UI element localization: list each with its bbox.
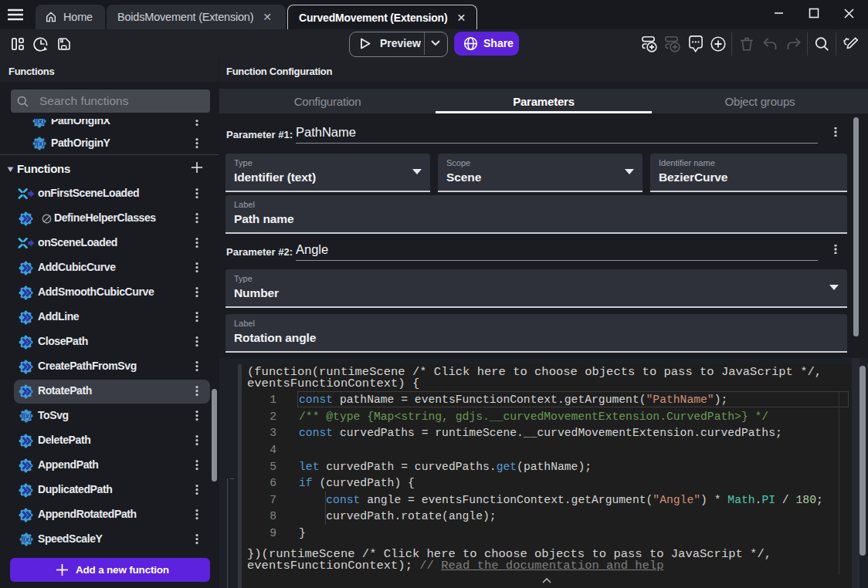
svg-text:f(x): f(x) bbox=[34, 140, 44, 147]
svg-text:f(x): f(x) bbox=[21, 412, 31, 420]
svg-text:f(x): f(x) bbox=[21, 536, 31, 543]
svg-text:f(x): f(x) bbox=[34, 119, 44, 125]
